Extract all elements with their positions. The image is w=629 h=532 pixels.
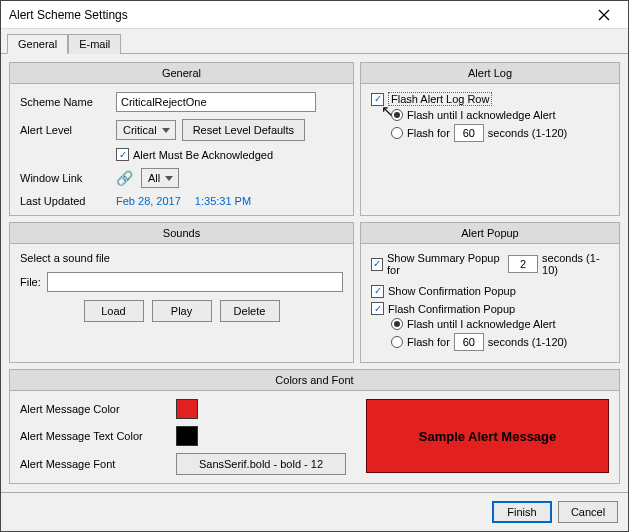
play-button[interactable]: Play	[152, 300, 212, 322]
last-updated-date: Feb 28, 2017	[116, 195, 181, 207]
summary-seconds-input[interactable]	[508, 255, 538, 273]
finish-button[interactable]: Finish	[492, 501, 552, 523]
cancel-button[interactable]: Cancel	[558, 501, 618, 523]
window-title: Alert Scheme Settings	[9, 8, 586, 22]
popup-flash-for-suffix: seconds (1-120)	[488, 336, 568, 348]
alert-popup-title: Alert Popup	[361, 223, 619, 244]
show-confirmation-popup-checkbox[interactable]: ✓ Show Confirmation Popup	[371, 285, 516, 298]
flash-alert-log-row-checkbox[interactable]: ✓ Flash Alert Log Row	[371, 92, 492, 106]
alert-log-title: Alert Log	[361, 63, 619, 84]
popup-flash-for-radio[interactable]: Flash for seconds (1-120)	[391, 333, 609, 351]
font-label: Alert Message Font	[20, 458, 170, 470]
window-link-label: Window Link	[20, 172, 110, 184]
alertlog-flash-for-input[interactable]	[454, 124, 484, 142]
alertlog-flash-for-radio[interactable]: Flash for seconds (1-120)	[391, 124, 609, 142]
titlebar: Alert Scheme Settings	[1, 1, 628, 29]
alertlog-flash-until-label: Flash until I acknowledge Alert	[407, 109, 556, 121]
select-sound-label: Select a sound file	[20, 252, 343, 264]
delete-button[interactable]: Delete	[220, 300, 280, 322]
colors-font-panel: Colors and Font Alert Message Color Aler…	[9, 369, 620, 484]
text-color-swatch[interactable]	[176, 426, 198, 446]
alertlog-flash-for-suffix: seconds (1-120)	[488, 127, 568, 139]
general-panel: General Scheme Name Alert Level Critical…	[9, 62, 354, 216]
popup-flash-for-prefix: Flash for	[407, 336, 450, 348]
window-link-select[interactable]: All	[141, 168, 179, 188]
alert-scheme-settings-window: Alert Scheme Settings General E-mail Gen…	[0, 0, 629, 532]
last-updated-time: 1:35:31 PM	[195, 195, 251, 207]
tab-content: General Scheme Name Alert Level Critical…	[1, 54, 628, 492]
general-panel-title: General	[10, 63, 353, 84]
sounds-title: Sounds	[10, 223, 353, 244]
popup-flash-for-input[interactable]	[454, 333, 484, 351]
sound-file-input[interactable]	[47, 272, 343, 292]
scheme-name-input[interactable]	[116, 92, 316, 112]
close-icon	[598, 9, 610, 21]
show-summary-popup-checkbox[interactable]: ✓ Show Summary Popup for seconds (1-10)	[371, 252, 609, 276]
msg-color-swatch[interactable]	[176, 399, 198, 419]
show-summary-suffix: seconds (1-10)	[542, 252, 609, 276]
last-updated-label: Last Updated	[20, 195, 110, 207]
dialog-footer: Finish Cancel	[1, 492, 628, 531]
alert-must-ack-checkbox[interactable]: ✓ Alert Must Be Acknowledged	[116, 148, 273, 161]
alert-must-ack-label: Alert Must Be Acknowledged	[133, 149, 273, 161]
flash-alert-log-row-label: Flash Alert Log Row	[388, 92, 492, 106]
tab-bar: General E-mail	[1, 29, 628, 54]
show-summary-prefix: Show Summary Popup for	[387, 252, 504, 276]
text-color-label: Alert Message Text Color	[20, 430, 170, 442]
flash-confirmation-popup-checkbox[interactable]: ✓ Flash Confirmation Popup	[371, 302, 515, 315]
tab-general[interactable]: General	[7, 34, 68, 54]
popup-flash-until-radio[interactable]: Flash until I acknowledge Alert	[391, 318, 609, 330]
sounds-panel: Sounds Select a sound file File: Load Pl…	[9, 222, 354, 363]
close-button[interactable]	[586, 4, 622, 26]
alert-level-label: Alert Level	[20, 124, 110, 136]
link-icon: 🔗	[116, 170, 133, 186]
alert-log-panel: Alert Log ✓ Flash Alert Log Row ↖ Flash …	[360, 62, 620, 216]
alert-level-select[interactable]: Critical	[116, 120, 176, 140]
alertlog-flash-until-radio[interactable]: Flash until I acknowledge Alert	[391, 109, 609, 121]
reset-level-defaults-button[interactable]: Reset Level Defaults	[182, 119, 306, 141]
alert-popup-panel: Alert Popup ✓ Show Summary Popup for sec…	[360, 222, 620, 363]
colors-font-title: Colors and Font	[10, 370, 619, 391]
window-link-value: All	[148, 172, 160, 184]
flash-confirmation-label: Flash Confirmation Popup	[388, 303, 515, 315]
popup-flash-until-label: Flash until I acknowledge Alert	[407, 318, 556, 330]
file-label: File:	[20, 276, 41, 288]
msg-color-label: Alert Message Color	[20, 403, 170, 415]
tab-email[interactable]: E-mail	[68, 34, 121, 54]
show-confirmation-label: Show Confirmation Popup	[388, 285, 516, 297]
alert-level-value: Critical	[123, 124, 157, 136]
alertlog-flash-for-prefix: Flash for	[407, 127, 450, 139]
load-button[interactable]: Load	[84, 300, 144, 322]
sample-alert-message: Sample Alert Message	[366, 399, 609, 473]
font-button[interactable]: SansSerif.bold - bold - 12	[176, 453, 346, 475]
scheme-name-label: Scheme Name	[20, 96, 110, 108]
